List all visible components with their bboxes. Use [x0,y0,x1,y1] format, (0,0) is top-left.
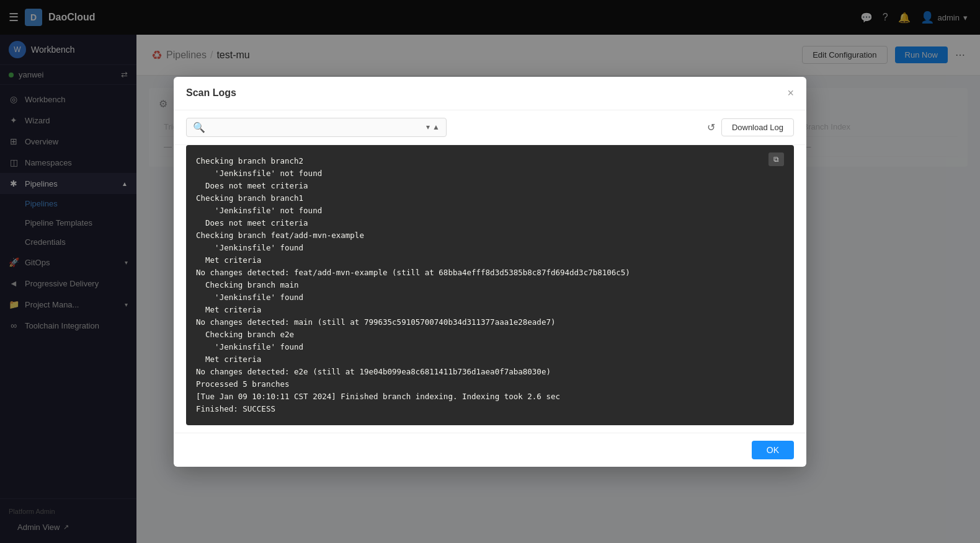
log-refresh-icon[interactable]: ↺ [707,121,715,133]
copy-log-button[interactable]: ⧉ [768,152,784,166]
log-search-input[interactable] [210,123,421,132]
modal-footer: OK [174,433,806,467]
search-nav-arrows: ▾ ▲ [426,123,440,131]
log-container: ⧉ Checking branch branch2 'Jenkinsfile' … [186,145,794,425]
modal-body: ⧉ Checking branch branch2 'Jenkinsfile' … [174,145,806,433]
search-icon: 🔍 [193,121,205,133]
scan-logs-modal: Scan Logs × 🔍 ▾ ▲ ↺ Download Log ⧉ Chec [174,77,806,467]
chevron-up-icon[interactable]: ▲ [432,123,440,131]
modal-overlay: Scan Logs × 🔍 ▾ ▲ ↺ Download Log ⧉ Chec [0,0,980,543]
log-search-box[interactable]: 🔍 ▾ ▲ [186,118,447,137]
log-content: Checking branch branch2 'Jenkinsfile' no… [196,155,784,415]
ok-button[interactable]: OK [752,441,794,459]
modal-toolbar-right: ↺ Download Log [707,118,794,136]
modal-title: Scan Logs [186,87,236,99]
chevron-down-icon[interactable]: ▾ [426,123,430,131]
modal-header: Scan Logs × [174,77,806,110]
modal-close-button[interactable]: × [787,87,794,100]
modal-toolbar: 🔍 ▾ ▲ ↺ Download Log [174,110,806,145]
download-log-button[interactable]: Download Log [721,118,794,136]
